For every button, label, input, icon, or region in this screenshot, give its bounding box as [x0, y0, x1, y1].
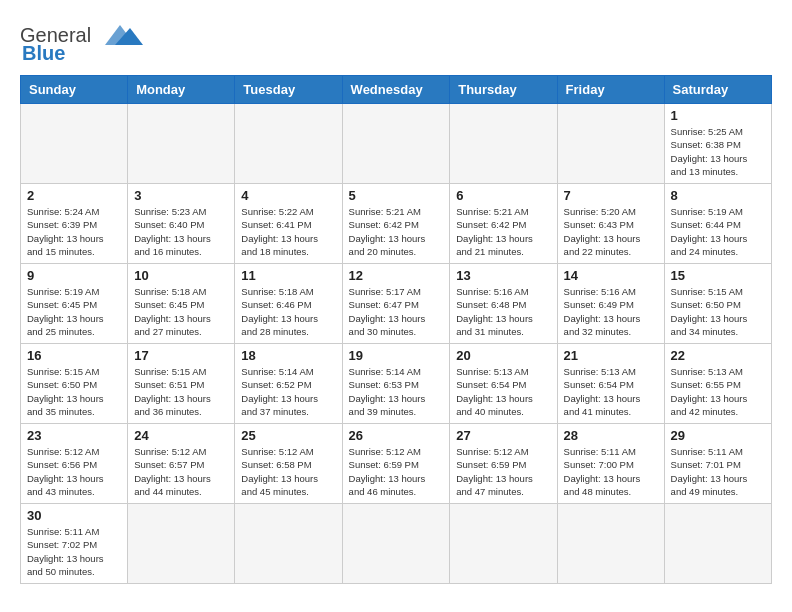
day-number: 27 — [456, 428, 550, 443]
day-number: 24 — [134, 428, 228, 443]
day-info: Sunrise: 5:18 AMSunset: 6:45 PMDaylight:… — [134, 285, 228, 338]
calendar-cell — [557, 104, 664, 184]
calendar-cell: 28Sunrise: 5:11 AMSunset: 7:00 PMDayligh… — [557, 424, 664, 504]
calendar-cell — [450, 504, 557, 584]
calendar-cell: 23Sunrise: 5:12 AMSunset: 6:56 PMDayligh… — [21, 424, 128, 504]
day-info: Sunrise: 5:12 AMSunset: 6:57 PMDaylight:… — [134, 445, 228, 498]
day-info: Sunrise: 5:23 AMSunset: 6:40 PMDaylight:… — [134, 205, 228, 258]
day-info: Sunrise: 5:14 AMSunset: 6:53 PMDaylight:… — [349, 365, 444, 418]
calendar-cell: 30Sunrise: 5:11 AMSunset: 7:02 PMDayligh… — [21, 504, 128, 584]
calendar-cell: 8Sunrise: 5:19 AMSunset: 6:44 PMDaylight… — [664, 184, 771, 264]
day-number: 5 — [349, 188, 444, 203]
day-number: 15 — [671, 268, 765, 283]
calendar-cell: 21Sunrise: 5:13 AMSunset: 6:54 PMDayligh… — [557, 344, 664, 424]
day-of-week-header: Monday — [128, 76, 235, 104]
calendar-cell — [450, 104, 557, 184]
calendar-cell — [342, 104, 450, 184]
page-header: General Blue — [20, 20, 772, 65]
day-number: 14 — [564, 268, 658, 283]
day-of-week-header: Tuesday — [235, 76, 342, 104]
calendar-cell: 22Sunrise: 5:13 AMSunset: 6:55 PMDayligh… — [664, 344, 771, 424]
day-info: Sunrise: 5:11 AMSunset: 7:01 PMDaylight:… — [671, 445, 765, 498]
calendar-cell — [342, 504, 450, 584]
day-number: 11 — [241, 268, 335, 283]
logo-icon — [95, 20, 145, 50]
day-of-week-header: Thursday — [450, 76, 557, 104]
day-info: Sunrise: 5:14 AMSunset: 6:52 PMDaylight:… — [241, 365, 335, 418]
calendar-cell: 11Sunrise: 5:18 AMSunset: 6:46 PMDayligh… — [235, 264, 342, 344]
day-number: 12 — [349, 268, 444, 283]
calendar-cell: 5Sunrise: 5:21 AMSunset: 6:42 PMDaylight… — [342, 184, 450, 264]
day-number: 13 — [456, 268, 550, 283]
day-info: Sunrise: 5:11 AMSunset: 7:00 PMDaylight:… — [564, 445, 658, 498]
calendar-cell: 29Sunrise: 5:11 AMSunset: 7:01 PMDayligh… — [664, 424, 771, 504]
day-number: 30 — [27, 508, 121, 523]
day-number: 4 — [241, 188, 335, 203]
calendar-cell — [557, 504, 664, 584]
day-info: Sunrise: 5:15 AMSunset: 6:51 PMDaylight:… — [134, 365, 228, 418]
day-number: 8 — [671, 188, 765, 203]
calendar-cell: 16Sunrise: 5:15 AMSunset: 6:50 PMDayligh… — [21, 344, 128, 424]
calendar-cell: 13Sunrise: 5:16 AMSunset: 6:48 PMDayligh… — [450, 264, 557, 344]
calendar-cell: 24Sunrise: 5:12 AMSunset: 6:57 PMDayligh… — [128, 424, 235, 504]
logo: General Blue — [20, 20, 145, 65]
calendar-cell — [128, 104, 235, 184]
day-info: Sunrise: 5:15 AMSunset: 6:50 PMDaylight:… — [671, 285, 765, 338]
day-number: 1 — [671, 108, 765, 123]
day-info: Sunrise: 5:16 AMSunset: 6:49 PMDaylight:… — [564, 285, 658, 338]
calendar-cell — [235, 504, 342, 584]
day-info: Sunrise: 5:18 AMSunset: 6:46 PMDaylight:… — [241, 285, 335, 338]
day-info: Sunrise: 5:13 AMSunset: 6:54 PMDaylight:… — [456, 365, 550, 418]
calendar-cell — [128, 504, 235, 584]
day-info: Sunrise: 5:12 AMSunset: 6:59 PMDaylight:… — [456, 445, 550, 498]
day-number: 18 — [241, 348, 335, 363]
day-info: Sunrise: 5:15 AMSunset: 6:50 PMDaylight:… — [27, 365, 121, 418]
calendar-cell: 10Sunrise: 5:18 AMSunset: 6:45 PMDayligh… — [128, 264, 235, 344]
day-info: Sunrise: 5:21 AMSunset: 6:42 PMDaylight:… — [349, 205, 444, 258]
calendar-cell — [21, 104, 128, 184]
day-number: 3 — [134, 188, 228, 203]
calendar-cell: 3Sunrise: 5:23 AMSunset: 6:40 PMDaylight… — [128, 184, 235, 264]
day-number: 23 — [27, 428, 121, 443]
calendar-cell: 19Sunrise: 5:14 AMSunset: 6:53 PMDayligh… — [342, 344, 450, 424]
logo-blue-text: Blue — [22, 42, 65, 65]
calendar-cell: 15Sunrise: 5:15 AMSunset: 6:50 PMDayligh… — [664, 264, 771, 344]
day-number: 16 — [27, 348, 121, 363]
day-number: 25 — [241, 428, 335, 443]
day-number: 7 — [564, 188, 658, 203]
calendar-header-row: SundayMondayTuesdayWednesdayThursdayFrid… — [21, 76, 772, 104]
calendar-cell: 17Sunrise: 5:15 AMSunset: 6:51 PMDayligh… — [128, 344, 235, 424]
calendar-cell: 27Sunrise: 5:12 AMSunset: 6:59 PMDayligh… — [450, 424, 557, 504]
calendar-cell: 12Sunrise: 5:17 AMSunset: 6:47 PMDayligh… — [342, 264, 450, 344]
day-number: 20 — [456, 348, 550, 363]
day-number: 21 — [564, 348, 658, 363]
day-info: Sunrise: 5:11 AMSunset: 7:02 PMDaylight:… — [27, 525, 121, 578]
day-of-week-header: Wednesday — [342, 76, 450, 104]
day-info: Sunrise: 5:20 AMSunset: 6:43 PMDaylight:… — [564, 205, 658, 258]
day-info: Sunrise: 5:13 AMSunset: 6:55 PMDaylight:… — [671, 365, 765, 418]
calendar-cell — [664, 504, 771, 584]
day-info: Sunrise: 5:16 AMSunset: 6:48 PMDaylight:… — [456, 285, 550, 338]
day-number: 10 — [134, 268, 228, 283]
day-info: Sunrise: 5:13 AMSunset: 6:54 PMDaylight:… — [564, 365, 658, 418]
day-info: Sunrise: 5:12 AMSunset: 6:58 PMDaylight:… — [241, 445, 335, 498]
day-number: 29 — [671, 428, 765, 443]
day-number: 6 — [456, 188, 550, 203]
day-info: Sunrise: 5:24 AMSunset: 6:39 PMDaylight:… — [27, 205, 121, 258]
day-info: Sunrise: 5:12 AMSunset: 6:56 PMDaylight:… — [27, 445, 121, 498]
day-info: Sunrise: 5:17 AMSunset: 6:47 PMDaylight:… — [349, 285, 444, 338]
day-of-week-header: Sunday — [21, 76, 128, 104]
day-number: 22 — [671, 348, 765, 363]
day-number: 28 — [564, 428, 658, 443]
day-of-week-header: Friday — [557, 76, 664, 104]
calendar-table: SundayMondayTuesdayWednesdayThursdayFrid… — [20, 75, 772, 584]
calendar-cell: 25Sunrise: 5:12 AMSunset: 6:58 PMDayligh… — [235, 424, 342, 504]
calendar-cell: 6Sunrise: 5:21 AMSunset: 6:42 PMDaylight… — [450, 184, 557, 264]
calendar-cell: 18Sunrise: 5:14 AMSunset: 6:52 PMDayligh… — [235, 344, 342, 424]
day-info: Sunrise: 5:21 AMSunset: 6:42 PMDaylight:… — [456, 205, 550, 258]
day-info: Sunrise: 5:19 AMSunset: 6:45 PMDaylight:… — [27, 285, 121, 338]
day-info: Sunrise: 5:12 AMSunset: 6:59 PMDaylight:… — [349, 445, 444, 498]
day-number: 2 — [27, 188, 121, 203]
calendar-cell — [235, 104, 342, 184]
calendar-cell: 14Sunrise: 5:16 AMSunset: 6:49 PMDayligh… — [557, 264, 664, 344]
